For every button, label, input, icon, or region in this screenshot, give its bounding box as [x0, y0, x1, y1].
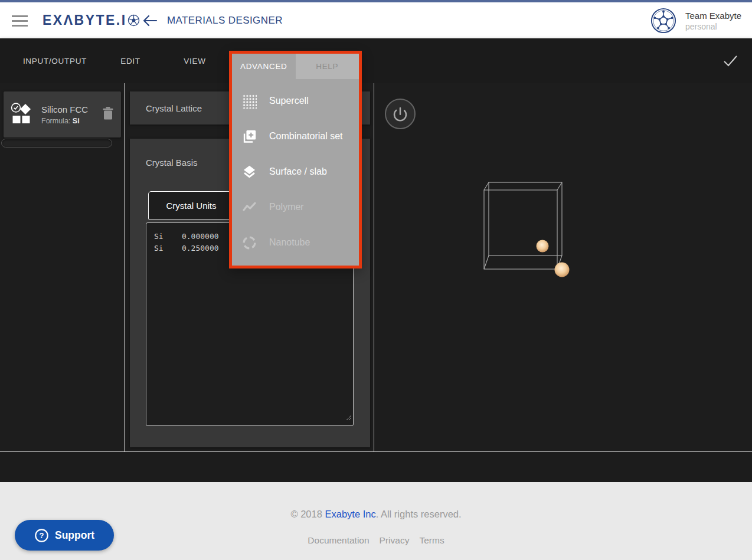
3d-viewer-canvas[interactable]	[374, 83, 752, 451]
account-menu[interactable]: Team Exabyte personal	[650, 7, 741, 34]
material-widgets-icon	[11, 103, 32, 126]
bottom-dark-strip	[0, 451, 752, 482]
support-button[interactable]: ? Support	[15, 520, 114, 551]
tab-input-output[interactable]: INPUT/OUTPUT	[22, 38, 87, 83]
copyright-text: © 2018 Exabyte Inc. All rights reserved.	[0, 482, 752, 520]
app-header: EXΛBYTE.I MATERIA	[0, 2, 752, 38]
material-list-item[interactable]: Silicon FCC Formula: Si	[4, 91, 121, 137]
menu-item-combinatorial-set[interactable]: Combinatorial set	[232, 119, 359, 154]
exabyte-logo[interactable]: EXΛBYTE.I	[42, 2, 140, 38]
account-type: personal	[685, 22, 741, 31]
material-name: Silicon FCC	[41, 104, 102, 114]
materials-sidebar: Silicon FCC Formula: Si	[0, 83, 125, 451]
menu-item-surface-slab[interactable]: Surface / slab	[232, 154, 359, 189]
logo-text: EXΛBYTE.I	[42, 12, 127, 28]
crystal-cell-wireframe	[374, 83, 752, 451]
link-privacy[interactable]: Privacy	[380, 535, 410, 546]
soccer-ball-logo-icon	[127, 14, 140, 27]
resize-handle-icon[interactable]	[346, 412, 352, 424]
polymer-zigzag-icon	[241, 199, 257, 215]
advanced-menu-highlight: ADVANCED HELP Supercell Combinatorial	[229, 51, 362, 268]
page-title: MATERIALS DESIGNER	[167, 2, 283, 38]
atom-sphere	[555, 263, 570, 277]
menu-item-supercell[interactable]: Supercell	[232, 83, 359, 119]
sidebar-scrollbar[interactable]	[1, 139, 112, 148]
crystal-basis-title: Crystal Basis	[146, 158, 198, 168]
page-footer: © 2018 Exabyte Inc. All rights reserved.…	[0, 482, 752, 560]
avatar-molecule-icon	[650, 7, 677, 34]
material-formula: Formula: Si	[41, 117, 102, 125]
svg-text:?: ?	[39, 531, 44, 540]
menu-item-nanotube: Nanotube	[232, 225, 359, 260]
tab-crystal-units[interactable]: Crystal Units	[148, 191, 234, 220]
supercell-grid-icon	[241, 93, 257, 109]
question-circle-icon: ?	[34, 528, 49, 543]
tab-help[interactable]: HELP	[296, 54, 359, 79]
tab-view[interactable]: VIEW	[162, 38, 227, 83]
trash-icon[interactable]	[102, 106, 114, 123]
advanced-menu-tabs: ADVANCED HELP	[232, 54, 359, 79]
back-arrow-icon[interactable]	[142, 14, 158, 30]
atom-sphere	[537, 240, 549, 253]
menu-item-polymer: Polymer	[232, 189, 359, 225]
tab-advanced[interactable]: ADVANCED	[232, 54, 296, 79]
designer-menubar: INPUT/OUTPUT EDIT VIEW	[0, 38, 752, 83]
main-area: Silicon FCC Formula: Si Crystal La	[0, 83, 752, 451]
check-icon[interactable]	[722, 54, 738, 70]
power-button[interactable]	[385, 99, 416, 129]
company-link[interactable]: Exabyte Inc	[325, 509, 375, 519]
support-label: Support	[55, 529, 94, 542]
tab-edit[interactable]: EDIT	[98, 38, 163, 83]
library-add-icon	[241, 128, 257, 145]
link-documentation[interactable]: Documentation	[308, 535, 369, 546]
check-badge-icon	[12, 103, 21, 112]
advanced-menu-list: Supercell Combinatorial set	[232, 83, 359, 260]
layers-icon	[241, 163, 257, 180]
hamburger-menu-icon[interactable]	[12, 15, 28, 30]
power-icon	[391, 105, 409, 123]
link-terms[interactable]: Terms	[419, 535, 444, 546]
account-name: Team Exabyte	[685, 11, 741, 21]
nanotube-dashed-circle-icon	[241, 234, 257, 251]
materials-designer-page: EXΛBYTE.I MATERIA	[0, 0, 752, 560]
